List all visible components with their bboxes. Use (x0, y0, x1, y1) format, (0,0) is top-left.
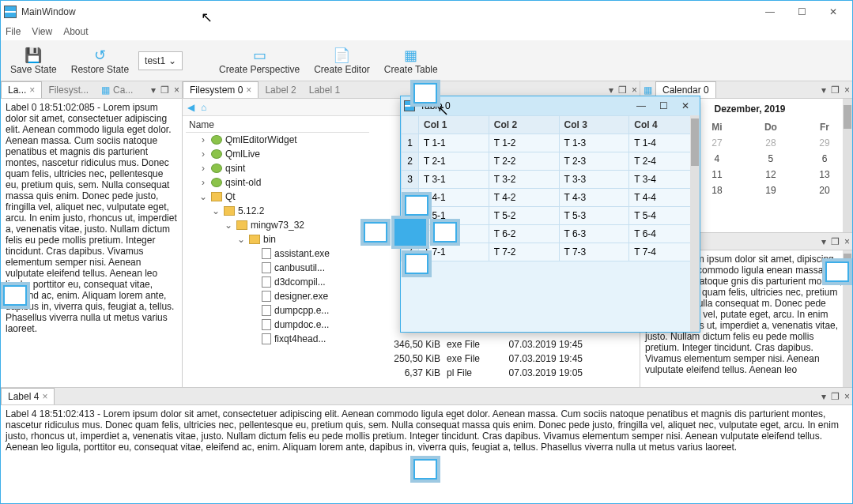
tree-label: qsint-old (225, 177, 261, 188)
left-tabbar: La...× Filesyst... ▦Ca... ▾ ❐ × (1, 81, 182, 99)
tree-row[interactable]: d3dcompil... (186, 275, 369, 289)
tab-menu-icon[interactable]: ▾ (149, 85, 158, 96)
drop-target-far-left[interactable] (3, 285, 27, 306)
chevron-down-icon: ⌄ (168, 55, 176, 66)
save-state-button[interactable]: 💾 Save State (6, 45, 62, 77)
drop-target-right[interactable] (433, 222, 457, 243)
perspective-icon: ▭ (251, 47, 268, 64)
tree-row[interactable]: ⌄5.12.2 (186, 204, 369, 218)
folder-icon (236, 220, 247, 230)
tab-filesystem[interactable]: Filesyst... (42, 82, 95, 98)
filesystem-tree[interactable]: Name ›QmlEditorWidget›QmlLive›qsint›qsin… (183, 116, 372, 387)
tree-label: fixqt4head... (274, 333, 326, 344)
maximize-button[interactable]: ☐ (786, 1, 817, 23)
tree-label: assistant.exe (274, 248, 330, 259)
float-minimize-button[interactable]: — (630, 100, 652, 111)
tree-label: 5.12.2 (238, 205, 264, 216)
file-icon (262, 262, 271, 273)
scrollbar[interactable] (690, 115, 700, 332)
tree-row[interactable]: ⌄bin (186, 232, 369, 246)
file-icon (262, 291, 271, 302)
tab-restore-icon[interactable]: ❐ (828, 391, 842, 402)
home-icon[interactable]: ⌂ (201, 102, 206, 113)
menu-about[interactable]: About (63, 26, 88, 37)
create-editor-button[interactable]: 📄 Create Editor (309, 45, 375, 77)
tree-row[interactable]: fixqt4head... (186, 332, 369, 346)
tab-calendar[interactable]: ▦Ca... (95, 82, 139, 98)
float-maximize-button[interactable]: ☐ (652, 100, 674, 111)
drop-target-bottom[interactable] (413, 459, 437, 480)
tab-close-icon[interactable]: × (172, 85, 182, 96)
close-icon[interactable]: × (29, 85, 35, 96)
file-details-table: 346,50 KiBexe File07.03.2019 19:45250,50… (372, 337, 640, 380)
tree-row[interactable]: dumpcpp.e... (186, 303, 369, 318)
tree-row[interactable]: ⌄mingw73_32 (186, 218, 369, 232)
drop-target-left[interactable] (364, 222, 387, 243)
tree-label: mingw73_32 (251, 220, 304, 231)
restore-state-button[interactable]: ↺ Restore State (66, 45, 134, 77)
tab-label1[interactable]: Label 1 (303, 82, 346, 98)
tab-menu-icon[interactable]: ▾ (606, 85, 616, 96)
tab-close-icon[interactable]: × (842, 236, 852, 247)
tab-restore-icon[interactable]: ❐ (616, 85, 629, 96)
tree-label: bin (263, 234, 276, 245)
folder-icon (211, 192, 222, 201)
drop-target-down[interactable] (405, 254, 428, 274)
editor-icon: 📄 (333, 47, 350, 64)
close-button[interactable]: ✕ (817, 1, 849, 23)
float-close-button[interactable]: ✕ (674, 100, 696, 111)
perspective-combo[interactable]: test1 ⌄ (138, 51, 183, 70)
label4-textview: Label 4 18:51:02:413 - Lorem ipsum dolor… (1, 405, 852, 502)
tree-row[interactable]: ›qsint-old (186, 175, 369, 190)
float-titlebar[interactable]: Table 0 — ☐ ✕ (401, 96, 700, 115)
close-icon[interactable]: × (42, 391, 47, 402)
calendar-icon: ▦ (640, 85, 655, 96)
close-icon[interactable]: × (246, 85, 251, 96)
menubar: File View About (1, 23, 852, 40)
tab-menu-icon[interactable]: ▾ (819, 236, 828, 247)
create-table-button[interactable]: ▦ Create Table (379, 45, 443, 77)
menu-view[interactable]: View (32, 26, 52, 37)
tab-menu-icon[interactable]: ▾ (819, 85, 828, 96)
tree-row[interactable]: designer.exe (186, 289, 369, 303)
drop-target-far-right[interactable] (825, 261, 849, 282)
proj-icon (211, 135, 222, 145)
menu-file[interactable]: File (6, 26, 21, 37)
minimize-button[interactable]: — (754, 1, 786, 23)
bottom-tabbar: Label 4× ▾ ❐ × (1, 388, 852, 405)
tree-label: Qt (225, 191, 236, 202)
tab-label0[interactable]: La...× (1, 81, 42, 98)
tree-row[interactable]: canbusutil... (186, 261, 369, 275)
floating-table-window[interactable]: Table 0 — ☐ ✕ Col 1Col 2Col 3Col 41T 1-1… (400, 96, 700, 333)
file-icon (262, 305, 271, 316)
tree-label: dumpcpp.e... (274, 305, 329, 316)
tab-restore-icon[interactable]: ❐ (158, 85, 172, 96)
tab-label2[interactable]: Label 2 (259, 82, 302, 98)
proj-icon (211, 164, 222, 173)
tab-restore-icon[interactable]: ❐ (828, 236, 842, 247)
tab-close-icon[interactable]: × (842, 85, 852, 96)
tab-close-icon[interactable]: × (629, 85, 640, 96)
tab-filesystem0[interactable]: Filesystem 0× (183, 81, 259, 98)
tree-row[interactable]: ⌄Qt (186, 190, 369, 204)
tree-label: dumpdoc.e... (274, 319, 329, 330)
file-icon (262, 276, 271, 288)
proj-icon (211, 178, 222, 187)
drop-target-top[interactable] (413, 83, 437, 103)
tree-label: QmlEditorWidget (225, 134, 297, 145)
tab-restore-icon[interactable]: ❐ (828, 85, 842, 96)
tree-row[interactable]: dumpdoc.e... (186, 318, 369, 332)
back-icon[interactable]: ◀ (187, 102, 194, 113)
drop-target-up[interactable] (405, 195, 428, 216)
tree-row[interactable]: ›QmlLive (186, 147, 369, 161)
tree-row[interactable]: assistant.exe (186, 246, 369, 261)
tree-row[interactable]: ›QmlEditorWidget (186, 133, 369, 147)
create-perspective-button[interactable]: ▭ Create Perspective (214, 45, 304, 77)
drop-target-center[interactable] (394, 219, 426, 246)
tab-close-icon[interactable]: × (842, 391, 852, 402)
tree-header-name: Name (186, 118, 369, 133)
scrollbar[interactable] (843, 99, 852, 232)
tree-row[interactable]: ›qsint (186, 161, 369, 175)
tab-label4[interactable]: Label 4× (1, 388, 55, 404)
tab-menu-icon[interactable]: ▾ (819, 391, 828, 402)
